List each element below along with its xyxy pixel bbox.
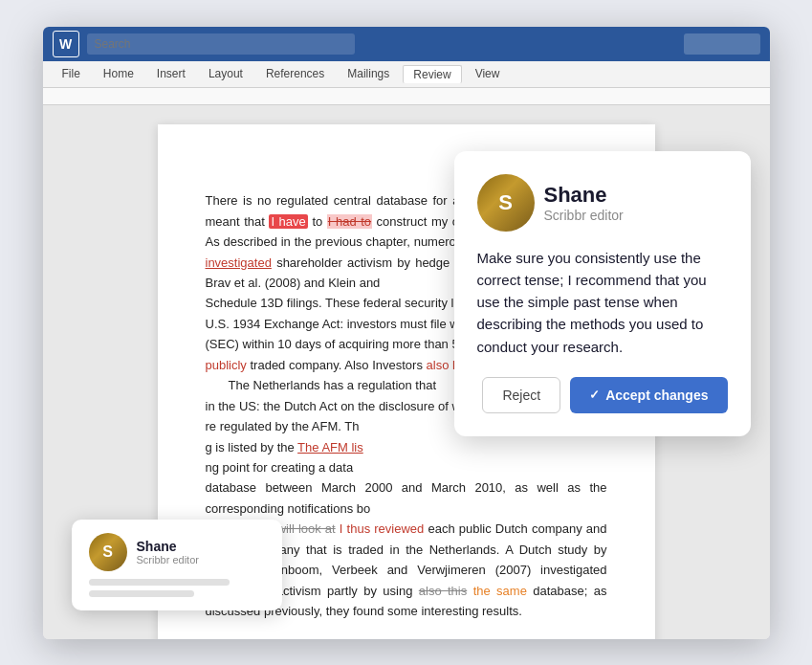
small-card-info: Shane Scribbr editor <box>137 539 199 565</box>
large-card-info: Shane Scribbr editor <box>544 183 624 223</box>
card-line-1 <box>89 579 230 586</box>
tab-file[interactable]: File <box>53 65 90 82</box>
shane-large-card: S Shane Scribbr editor Make sure you con… <box>454 151 751 436</box>
large-card-role: Scribbr editor <box>544 208 624 223</box>
tab-layout[interactable]: Layout <box>199 65 252 82</box>
red-link-investigated: investigated <box>206 255 272 270</box>
avatar-large: S <box>477 174 535 232</box>
small-card-header: S Shane Scribbr editor <box>89 533 265 571</box>
paragraph-9: g is listed by the The AFM lis <box>206 437 607 457</box>
word-window: W File Home Insert Layout References Mai… <box>43 27 770 639</box>
card-actions: Reject ✓ Accept changes <box>477 377 728 413</box>
accept-label: Accept changes <box>605 388 708 403</box>
word-icon: W <box>53 31 79 57</box>
tab-home[interactable]: Home <box>94 65 143 82</box>
tab-mailings[interactable]: Mailings <box>338 65 399 82</box>
shane-small-card: S Shane Scribbr editor <box>72 520 282 610</box>
title-bar: W <box>43 27 770 61</box>
tab-references[interactable]: References <box>256 65 334 82</box>
avatar-small: S <box>89 533 127 571</box>
title-bar-button[interactable] <box>684 33 760 55</box>
ruler <box>43 88 770 105</box>
highlight-i-had-to: I had to <box>327 214 372 229</box>
small-card-role: Scribbr editor <box>137 554 199 565</box>
paragraph-10: ng point for creating a data <box>206 457 607 477</box>
large-card-header: S Shane Scribbr editor <box>477 174 728 232</box>
reject-button[interactable]: Reject <box>482 377 560 413</box>
large-card-name: Shane <box>544 183 624 208</box>
strikethrough-also-this: also this <box>419 584 467 598</box>
accept-button[interactable]: ✓ Accept changes <box>570 377 727 413</box>
checkmark-icon: ✓ <box>589 388 600 402</box>
ribbon: File Home Insert Layout References Maili… <box>43 61 770 88</box>
tab-insert[interactable]: Insert <box>147 65 195 82</box>
paragraph-11: database between March 2000 and March 20… <box>206 477 607 519</box>
title-search-input[interactable] <box>87 33 355 55</box>
tab-review[interactable]: Review <box>403 65 461 83</box>
orange-the-same: the same <box>473 584 527 598</box>
small-card-lines <box>89 579 265 597</box>
small-card-name: Shane <box>137 539 199 554</box>
red-thus-reviewed: I thus reviewed <box>340 521 424 536</box>
red-publicly: publicly <box>206 358 247 372</box>
red-link-afm: The AFM lis <box>297 440 363 454</box>
card-line-2 <box>89 590 194 597</box>
tab-view[interactable]: View <box>466 65 510 82</box>
large-card-message: Make sure you consistently use the corre… <box>477 247 728 358</box>
highlight-i-have: I have <box>269 214 307 229</box>
